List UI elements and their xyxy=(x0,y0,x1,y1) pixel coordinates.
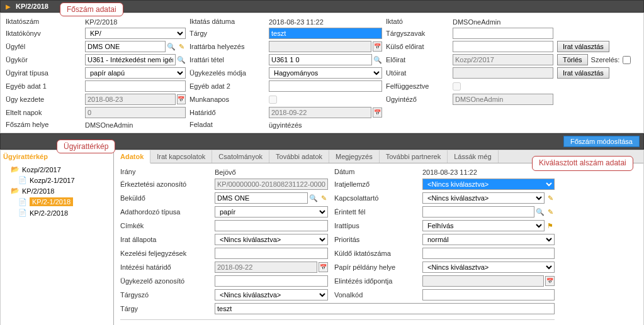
erkeztetesi-input[interactable] xyxy=(215,179,328,190)
search-icon[interactable]: 🔍 xyxy=(177,56,186,64)
edit-icon[interactable]: ✎ xyxy=(546,194,555,202)
record-id-title: KP/2/2018 xyxy=(16,3,48,10)
chevron-right-icon: ▶ xyxy=(6,3,11,10)
calendar-icon[interactable]: 📅 xyxy=(373,41,382,52)
label-iktatokonyv: Iktatókönyv xyxy=(6,30,81,37)
tab-csatolmanyok[interactable]: Csatolmányok xyxy=(212,150,269,163)
kulso-eloirat-input[interactable] xyxy=(453,41,553,52)
search-icon[interactable]: 🔍 xyxy=(536,208,545,216)
divider xyxy=(120,319,555,320)
hatarido-input[interactable] xyxy=(269,107,371,118)
calendar-icon[interactable]: 📅 xyxy=(545,276,555,286)
targyszo-select[interactable]: <Nincs kiválasztva> xyxy=(215,289,328,300)
label-erkeztetesi: Érkeztetési azonosító xyxy=(120,180,208,188)
label-irattarba: Irattárba helyezés xyxy=(189,43,265,50)
prioritas-select[interactable]: normál xyxy=(422,234,555,245)
irat-valasztas-button-1[interactable]: Irat választás xyxy=(557,41,609,52)
adathordozo-select[interactable]: papír xyxy=(215,206,328,218)
ugyintezo-input[interactable] xyxy=(453,94,553,105)
tree-file-active[interactable]: KP/2-1/2018 xyxy=(18,196,111,207)
torles-button[interactable]: Törlés xyxy=(557,54,588,65)
elintezes-input[interactable] xyxy=(422,275,544,287)
irattarba-input[interactable] xyxy=(269,41,371,52)
tab-lassak-meg[interactable]: Lássák még xyxy=(448,150,498,163)
egyeb1-input[interactable] xyxy=(85,80,186,92)
kapcsolattarto-select[interactable]: <Nincs kiválasztva> xyxy=(422,192,545,204)
ugyfel-input[interactable] xyxy=(85,41,166,52)
felfuggesztve-checkbox xyxy=(453,82,461,91)
targy-input[interactable] xyxy=(269,28,382,39)
targy-detail-input[interactable] xyxy=(215,303,555,314)
label-targy-detail: Tárgy xyxy=(120,305,208,312)
vonalkod-input[interactable] xyxy=(422,289,555,300)
label-hatarido: Határidő xyxy=(189,109,265,116)
tab-megjegyzes[interactable]: Megjegyzés xyxy=(329,150,380,163)
ugykezelo-input[interactable] xyxy=(215,275,328,287)
callout-text: Kiválasztott alszám adatai xyxy=(539,158,626,167)
iratjellemzo-select[interactable]: <Nincs kiválasztva> xyxy=(422,179,555,190)
ugykezeles-modja-select[interactable]: Hagyományos xyxy=(269,67,382,79)
label-ugykor: Ügykör xyxy=(6,56,81,63)
label-targyszo: Tárgyszó xyxy=(120,291,208,299)
calendar-icon[interactable]: 📅 xyxy=(373,107,382,118)
targyszavak-input[interactable] xyxy=(453,28,553,39)
calendar-icon[interactable]: 📅 xyxy=(319,262,328,272)
kuldo-iktatoszama-input[interactable] xyxy=(422,248,555,259)
eloirat-input[interactable] xyxy=(453,54,553,65)
label-irattipus: Irattípus xyxy=(334,222,416,229)
search-icon[interactable]: 🔍 xyxy=(309,194,318,202)
cimkek-input[interactable] xyxy=(215,220,328,231)
calendar-icon[interactable]: 📅 xyxy=(177,94,186,104)
label-elintezes: Elintézés időpontja xyxy=(334,277,416,285)
edit-icon[interactable]: ✎ xyxy=(319,194,328,202)
detail-column: Adatok Irat kapcsolatok Csatolmányok Tov… xyxy=(114,150,643,325)
tree-label: Kozp/2/2017 xyxy=(22,166,61,174)
szereles-checkbox[interactable] xyxy=(623,56,631,64)
utoirat-input[interactable] xyxy=(453,67,553,79)
tab-tovabbi-partnerek[interactable]: További partnerek xyxy=(380,150,448,163)
edit-icon[interactable]: ✎ xyxy=(177,43,186,51)
irat-valasztas-button-2[interactable]: Irat választás xyxy=(557,67,609,79)
iktatokonyv-select[interactable]: KP/ xyxy=(85,28,186,39)
label-kapcsolattarto: Kapcsolattartó xyxy=(334,194,416,202)
label-eltelt-napok: Eltelt napok xyxy=(6,109,81,116)
egyeb2-input[interactable] xyxy=(269,80,382,92)
tree-folder[interactable]: KP/2/2018 xyxy=(11,185,111,196)
irat-allapota-select[interactable]: <Nincs kiválasztva> xyxy=(215,234,328,245)
erintett-input[interactable] xyxy=(422,206,534,218)
tree-folder[interactable]: Kozp/2/2017 xyxy=(11,164,111,175)
label-eloirat: Előirat xyxy=(386,56,449,63)
label-ugyintezo: Ügyintéző xyxy=(386,96,449,103)
label-targy: Tárgy xyxy=(189,30,265,37)
label-targyszavak: Tárgyszavak xyxy=(386,30,449,37)
tab-adatok[interactable]: Adatok xyxy=(114,150,150,163)
irattipus-select[interactable]: Felhívás xyxy=(422,220,545,231)
tree-label: KP/2-1/2018 xyxy=(30,197,73,206)
irattari-tetel-input[interactable] xyxy=(269,54,372,65)
tree-label: KP/2/2018 xyxy=(22,187,54,195)
tab-tovabbi-adatok[interactable]: További adatok xyxy=(269,150,329,163)
label-munkanapos: Munkanapos xyxy=(189,96,265,103)
ugykor-input[interactable] xyxy=(85,54,176,65)
ugyirat-tipusa-select[interactable]: papír alapú xyxy=(85,67,186,79)
tab-irat-kapcsolatok[interactable]: Irat kapcsolatok xyxy=(150,150,212,163)
papir-peldany-select[interactable]: <Nincs kiválasztva> xyxy=(422,262,555,273)
label-ugykezeles-modja: Ügykezelés módja xyxy=(189,69,265,77)
intezesi-input[interactable] xyxy=(215,262,317,273)
label-utoirat: Utóirat xyxy=(386,69,449,77)
edit-icon[interactable]: ✎ xyxy=(546,208,555,216)
search-icon[interactable]: 🔍 xyxy=(167,43,176,51)
eltelt-napok-input[interactable] xyxy=(85,107,186,118)
tree-label: Kozp/2-1/2017 xyxy=(30,177,75,184)
flag-icon[interactable]: ⚑ xyxy=(546,222,555,230)
foszam-modositasa-button[interactable]: Főszám módosítása xyxy=(563,136,640,147)
tree-label: KP/2-2/2018 xyxy=(30,209,68,217)
bekuldo-input[interactable] xyxy=(215,192,308,204)
kezelesi-input[interactable] xyxy=(215,248,328,259)
value-iktato: DMSOneAdmin xyxy=(453,17,553,26)
ugy-kezdete-input[interactable] xyxy=(85,94,176,105)
label-irat-allapota: Irat állapota xyxy=(120,236,208,243)
search-icon[interactable]: 🔍 xyxy=(373,56,382,64)
tree-file[interactable]: Kozp/2-1/2017 xyxy=(18,175,111,185)
tree-file[interactable]: KP/2-2/2018 xyxy=(18,207,111,218)
